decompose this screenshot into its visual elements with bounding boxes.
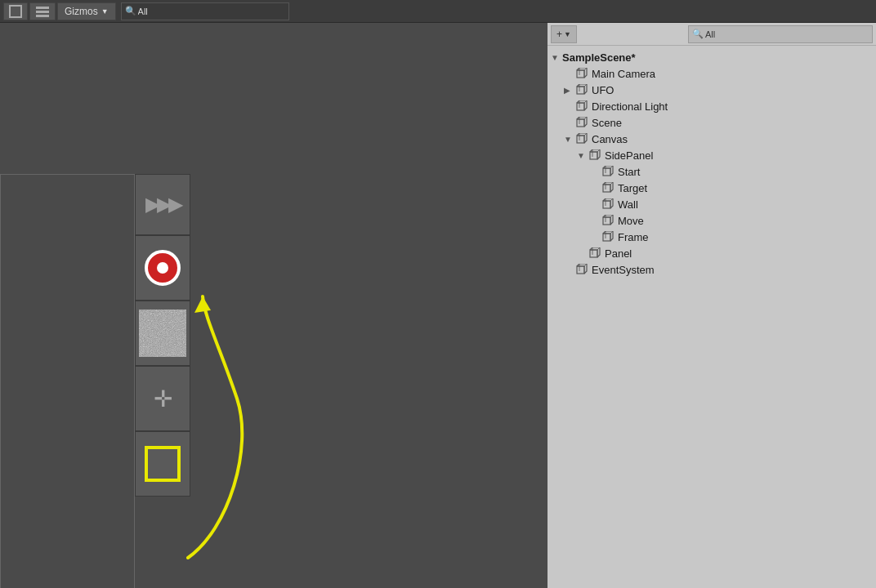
svg-rect-56 (603, 234, 610, 241)
svg-rect-26 (577, 136, 584, 143)
scene-sidebar: ▶▶▶ ✛ (135, 174, 192, 497)
svg-rect-41 (603, 185, 610, 192)
hierarchy-panel: + ▼ 🔍 SampleScene* Main Ca (548, 23, 876, 588)
record-btn[interactable] (135, 235, 190, 301)
main-content: ▶▶▶ ✛ (0, 23, 876, 588)
target-label: Target (618, 182, 647, 194)
rect-btn[interactable] (135, 431, 190, 497)
scene-view: ▶▶▶ ✛ (0, 23, 548, 588)
rect-outline-icon (145, 446, 181, 482)
texture-svg (139, 310, 186, 357)
frame-label: Frame (618, 231, 649, 243)
skip-icon: ▶▶▶ (145, 194, 180, 216)
skip-forward-btn[interactable]: ▶▶▶ (135, 174, 190, 235)
move-cube-icon (601, 214, 615, 227)
svg-rect-36 (603, 168, 610, 176)
svg-rect-66 (577, 266, 584, 274)
scene-search-container: 🔍 (121, 2, 289, 20)
hierarchy-add-group: + ▼ (551, 25, 577, 43)
gizmos-dropdown-arrow: ▼ (101, 7, 109, 16)
tree-item-wall[interactable]: Wall (548, 196, 876, 212)
canvas-arrow (564, 135, 575, 144)
tree-item-scene[interactable]: Scene (548, 114, 876, 131)
hierarchy-dropdown-arrow: ▼ (564, 30, 571, 38)
tree-item-move[interactable]: Move (548, 212, 876, 229)
ufo-cube-icon (575, 83, 588, 96)
maincamera-label: Main Camera (592, 68, 655, 80)
svg-rect-21 (577, 119, 584, 127)
tree-item-panel[interactable]: Panel (548, 245, 876, 261)
maincamera-cube-icon (575, 67, 588, 80)
layers-btn[interactable] (29, 2, 56, 20)
gizmos-button[interactable]: Gizmos ▼ (57, 2, 116, 20)
svg-rect-0 (10, 6, 21, 17)
record-circle (145, 250, 181, 286)
tree-item-target[interactable]: Target (548, 180, 876, 196)
sidepanel-arrow (577, 151, 588, 160)
hierarchy-add-button[interactable]: + ▼ (551, 25, 577, 43)
texture-preview (139, 310, 186, 357)
eventsystem-label: EventSystem (592, 264, 655, 276)
svg-rect-51 (603, 217, 610, 225)
svg-rect-46 (603, 201, 610, 208)
hierarchy-tree: SampleScene* Main Camera UFO (548, 46, 876, 281)
hierarchy-toolbar: + ▼ 🔍 (548, 23, 876, 46)
tree-item-samplescene[interactable]: SampleScene* (548, 49, 876, 65)
toolbar-left: Gizmos ▼ 🔍 (0, 2, 293, 20)
svg-rect-16 (577, 103, 584, 110)
tree-item-eventsystem[interactable]: EventSystem (548, 261, 876, 278)
samplescene-label: SampleScene* (562, 51, 636, 64)
scene-cube-icon (575, 116, 588, 129)
panel-label: Panel (605, 247, 632, 260)
dirlight-label: Directional Light (592, 100, 668, 113)
svg-rect-61 (590, 250, 597, 257)
move-label: Move (618, 215, 644, 227)
dirlight-cube-icon (575, 100, 588, 113)
tree-item-canvas[interactable]: Canvas (548, 131, 876, 147)
tree-item-directional-light[interactable]: Directional Light (548, 98, 876, 114)
scene-label: Scene (592, 117, 622, 129)
ufo-arrow (564, 86, 575, 95)
svg-rect-6 (577, 70, 584, 78)
canvas-label: Canvas (592, 133, 628, 145)
svg-rect-4 (139, 310, 186, 357)
top-toolbar: Gizmos ▼ 🔍 (0, 0, 876, 23)
tree-item-ufo[interactable]: UFO (548, 82, 876, 98)
svg-rect-2 (36, 11, 49, 13)
scene-search-icon: 🔍 (125, 6, 136, 16)
wall-cube-icon (601, 198, 615, 211)
target-cube-icon (601, 181, 615, 194)
hierarchy-search-container: 🔍 (688, 25, 873, 43)
svg-rect-31 (590, 152, 597, 159)
samplescene-arrow (551, 53, 562, 62)
wall-label: Wall (618, 198, 638, 211)
start-label: Start (618, 166, 640, 178)
scene-search-input[interactable] (138, 7, 285, 16)
sidepanel-cube-icon (588, 149, 601, 162)
panel-cube-icon (588, 247, 601, 260)
tree-item-sidepanel[interactable]: SidePanel (548, 147, 876, 163)
eventsystem-cube-icon (575, 263, 588, 276)
tree-item-main-camera[interactable]: Main Camera (548, 65, 876, 82)
svg-rect-1 (36, 7, 49, 9)
hierarchy-search-input[interactable] (705, 29, 869, 39)
tree-item-start[interactable]: Start (548, 163, 876, 180)
frame-cube-icon (601, 230, 615, 243)
tree-item-frame[interactable]: Frame (548, 229, 876, 245)
hierarchy-search-icon: 🔍 (692, 29, 704, 39)
texture-preview-btn[interactable] (135, 301, 190, 366)
move-btn[interactable]: ✛ (135, 366, 190, 431)
start-cube-icon (601, 165, 615, 178)
svg-rect-3 (36, 15, 49, 17)
ufo-label: UFO (592, 84, 614, 96)
square-icon-btn[interactable] (3, 2, 28, 20)
move-icon: ✛ (154, 385, 172, 412)
sidepanel-label: SidePanel (605, 149, 653, 162)
record-inner-dot (157, 262, 168, 274)
canvas-cube-icon (575, 132, 588, 145)
scene-left-panel (0, 174, 135, 588)
svg-rect-11 (577, 87, 584, 94)
